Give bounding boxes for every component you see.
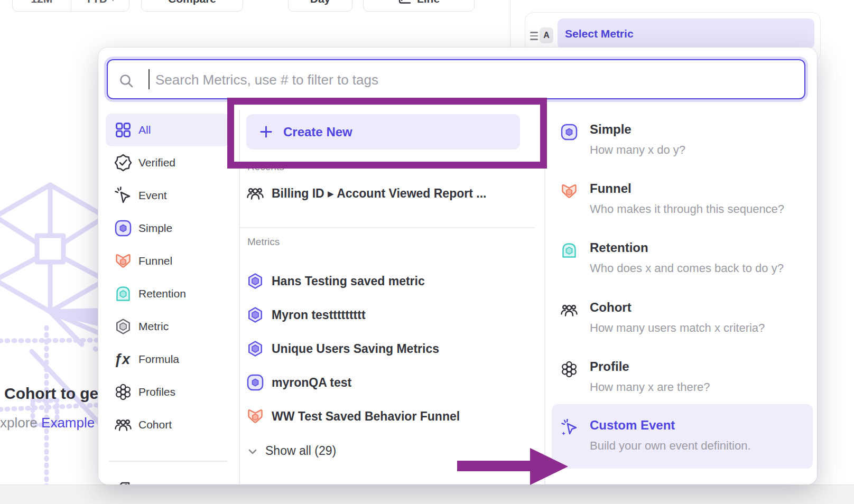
category-item-funnel[interactable]: Funnel bbox=[106, 245, 229, 277]
category-item-event[interactable]: Event bbox=[106, 179, 229, 212]
category-divider bbox=[109, 461, 227, 462]
category-item-simple[interactable]: Simple bbox=[106, 212, 229, 245]
saved-metric-hexagon-icon bbox=[246, 306, 264, 324]
formula-fx-icon: ƒx bbox=[114, 350, 132, 368]
select-metric-label: Select Metric bbox=[565, 27, 634, 40]
profiles-cluster-icon bbox=[114, 383, 132, 401]
compare-button[interactable]: Compare bbox=[141, 0, 243, 12]
type-title: Simple bbox=[590, 122, 632, 137]
type-title: Profile bbox=[590, 359, 629, 374]
type-title: Cohort bbox=[590, 300, 632, 315]
day-label: Day bbox=[310, 0, 331, 5]
annotation-arrow bbox=[457, 461, 532, 471]
show-all-button[interactable]: Show all (29) bbox=[247, 442, 336, 460]
range-ytd-label: YTD bbox=[85, 0, 107, 5]
empty-state-headline-fragment: Cohort to ge bbox=[4, 385, 98, 403]
metric-type-funnel[interactable]: Funnel Who makes it through this sequenc… bbox=[552, 182, 813, 230]
category-item-profiles[interactable]: Profiles bbox=[106, 376, 229, 408]
metric-item-label: Unique Users Saving Metrics bbox=[272, 342, 439, 356]
type-title: Retention bbox=[590, 240, 648, 255]
simple-metric-icon bbox=[114, 219, 132, 237]
app-screen: Cohort to ge xplore Example 12M YTD ▾ Co… bbox=[0, 0, 854, 504]
type-description: How many users match x criteria? bbox=[590, 321, 765, 335]
compare-label: Compare bbox=[168, 0, 216, 5]
metric-type-custom-event[interactable]: Custom Event Build your own event defini… bbox=[552, 404, 813, 469]
search-input[interactable] bbox=[154, 60, 791, 99]
type-description: Build your own event definition. bbox=[590, 439, 751, 453]
metric-item-row[interactable]: WW Test Saved Behavior Funnel bbox=[246, 403, 532, 430]
line-label: Line bbox=[417, 0, 440, 5]
metric-item-row[interactable]: myronQA test bbox=[246, 369, 532, 396]
funnel-icon bbox=[246, 407, 264, 425]
recent-item-row[interactable]: Billing ID ▸ Account Viewed Report ... bbox=[246, 180, 532, 207]
metric-item-row[interactable]: Myron testtttttttt bbox=[246, 301, 532, 329]
metric-item-row[interactable]: Unique Users Saving Metrics bbox=[246, 335, 532, 362]
search-icon bbox=[118, 73, 134, 89]
chevron-down-icon: ▾ bbox=[111, 0, 115, 4]
metric-type-retention[interactable]: Retention Who does x and comes back to d… bbox=[552, 241, 813, 289]
simple-metric-icon bbox=[560, 123, 578, 141]
funnel-icon bbox=[114, 252, 132, 270]
category-item-metric[interactable]: Metric bbox=[106, 310, 229, 343]
profiles-cluster-icon bbox=[560, 360, 578, 378]
search-field[interactable] bbox=[107, 59, 805, 99]
series-badge: A bbox=[540, 27, 553, 43]
granularity-day-button[interactable]: Day bbox=[288, 0, 352, 12]
annotation-arrow-head-icon bbox=[530, 448, 568, 485]
section-divider bbox=[240, 227, 535, 228]
category-label: Metric bbox=[138, 320, 169, 333]
type-description: How many x are there? bbox=[590, 380, 710, 394]
chevron-down-icon bbox=[247, 446, 258, 457]
metric-item-label: Myron testtttttttt bbox=[272, 308, 366, 322]
select-metric-button[interactable]: Select Metric bbox=[558, 18, 814, 49]
range-ytd-button[interactable]: YTD ▾ bbox=[71, 0, 129, 11]
example-reports-link[interactable]: Example bbox=[41, 415, 95, 431]
category-label: Cohort bbox=[138, 418, 172, 431]
metric-item-row[interactable]: Hans Testing saved metric bbox=[246, 267, 532, 295]
type-description: Who does x and comes back to do y? bbox=[590, 262, 784, 275]
type-title: Custom Event bbox=[590, 418, 675, 433]
retention-icon bbox=[560, 241, 578, 259]
metric-item-label: WW Test Saved Behavior Funnel bbox=[272, 409, 460, 424]
category-item-formula[interactable]: ƒx Formula bbox=[106, 343, 229, 376]
show-all-label: Show all (29) bbox=[265, 444, 336, 458]
chart-type-line-button[interactable]: Line bbox=[363, 0, 475, 12]
category-label: Tags bbox=[138, 483, 162, 484]
date-range-segmented-control: 12M YTD ▾ bbox=[12, 0, 129, 12]
category-item-cohort[interactable]: Cohort bbox=[106, 408, 229, 441]
metric-type-profile[interactable]: Profile How many x are there? bbox=[552, 360, 813, 408]
range-12m-button[interactable]: 12M bbox=[13, 0, 71, 11]
custom-event-cursor-icon bbox=[560, 419, 578, 437]
category-item-verified[interactable]: Verified bbox=[106, 146, 229, 179]
metric-type-simple[interactable]: Simple How many x do y? bbox=[552, 123, 813, 171]
metric-item-label: myronQA test bbox=[272, 376, 351, 390]
verified-badge-icon bbox=[114, 154, 132, 172]
type-description: Who makes it through this sequence? bbox=[590, 202, 784, 216]
cohort-people-icon bbox=[560, 301, 578, 319]
cohort-people-icon bbox=[246, 184, 264, 202]
category-label: Formula bbox=[138, 353, 179, 366]
category-label: Simple bbox=[138, 222, 172, 235]
category-label: Verified bbox=[138, 156, 175, 169]
annotation-highlight-box bbox=[227, 98, 547, 169]
text-cursor bbox=[148, 69, 150, 89]
category-label: Funnel bbox=[138, 255, 172, 267]
saved-metric-hexagon-icon bbox=[246, 340, 264, 358]
tag-icon bbox=[114, 481, 132, 484]
funnel-icon bbox=[560, 182, 578, 200]
category-item-tags[interactable]: Tags bbox=[106, 473, 229, 484]
metric-type-cohort[interactable]: Cohort How many users match x criteria? bbox=[552, 301, 813, 349]
metrics-section-label: Metrics bbox=[247, 236, 280, 248]
category-label: All bbox=[138, 124, 151, 136]
cohort-people-icon bbox=[114, 416, 132, 434]
range-12m-label: 12M bbox=[31, 0, 52, 5]
grid-icon bbox=[114, 121, 132, 139]
category-item-retention[interactable]: Retention bbox=[106, 277, 229, 310]
category-label: Event bbox=[138, 189, 167, 202]
category-item-all[interactable]: All bbox=[106, 114, 229, 146]
drag-handle-icon[interactable] bbox=[530, 32, 538, 41]
empty-state-explore-line: xplore Example bbox=[0, 415, 95, 431]
event-cursor-icon bbox=[114, 186, 132, 204]
type-description: How many x do y? bbox=[590, 143, 685, 157]
type-title: Funnel bbox=[590, 181, 632, 196]
